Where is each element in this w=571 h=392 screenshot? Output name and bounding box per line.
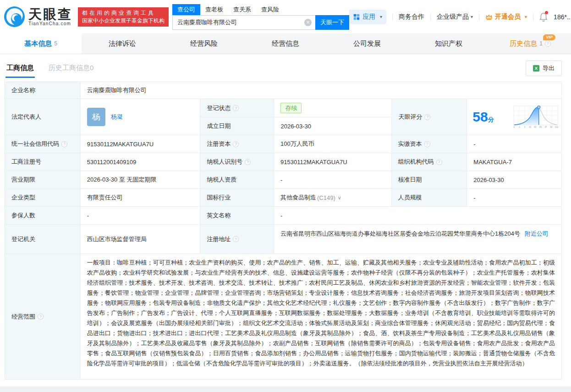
field-label: 经营范围 [5,254,81,380]
tab-history-info[interactable]: VIP 历史信息 1 [489,33,571,54]
legal-rep-link[interactable]: 杨凝 [111,113,123,121]
help-icon[interactable] [424,114,430,120]
company-section-tabs: 基本信息 5 法律诉讼 经营风险 经营信息 公司发展 知识产权 VIP 历史信息… [0,33,571,54]
paid-capital-value: - [467,135,561,153]
field-label: 统一社会信用代码 [5,135,81,153]
tab-count: 1 [539,40,543,47]
help-icon[interactable] [233,105,239,111]
field-label: 核准日期 [392,171,467,189]
credit-code-value: 91530112MAKATGUA7U [81,135,201,153]
reg-capital-value: 100万人民币 [274,135,392,153]
enterprise-products-menu[interactable]: 企业级产品 [437,13,473,21]
help-icon[interactable] [233,236,239,242]
table-row: 企业名称 云南麋鹿咖啡有限公司 [5,82,561,99]
status-badge: 存续 [280,103,302,113]
field-label: 企业名称 [5,82,81,99]
divider [430,14,431,20]
taxpayer-quality-value: - [274,171,392,189]
tab-operating-info[interactable]: 经营信息 [245,33,326,54]
industry-value[interactable]: 其他食品制造 (C149) [274,189,392,207]
field-label: 纳税人识别号 [200,153,274,171]
industry-code: (C149) [317,194,335,201]
logo[interactable]: 天眼查 TianYanCha.com [4,6,72,28]
chevron-down-icon [338,195,341,201]
reg-number-value: 530112001409109 [81,153,201,171]
field-label: 工商注册号 [5,153,81,171]
tab-basic-info[interactable]: 基本信息 5 [0,33,82,54]
help-icon[interactable] [436,159,442,165]
business-term-value: 2026-03-30 至 无固定期限 [81,171,201,189]
help-icon[interactable] [545,41,551,47]
field-label: 纳税人资质 [200,171,274,189]
reg-status-cell: 存续 [274,99,392,117]
search-tab-boss[interactable]: 查老板 [200,4,228,15]
export-button[interactable]: 导出 [526,61,562,76]
business-scope-value: 一般项目：咖啡豆种植；可可豆种植；农业生产资料的购买、使用；农产品的生产、销售、… [81,254,561,380]
business-cooperation-link[interactable]: 商务合作 [399,13,424,21]
brand-slogan: 都在用的商业查询工具 国家中小企业发展子基金旗下机构 [78,7,169,27]
table-row: 企业类型 有限责任公司 国标行业 其他食品制造 (C149) 人员规模 - [5,189,561,207]
field-label: 人员规模 [392,189,467,207]
svg-text:3: 3 [524,126,526,128]
open-vip-menu[interactable]: 开通会员 [485,13,527,21]
field-label: 国标行业 [200,189,274,207]
brand-domain: TianYanCha.com [28,21,72,26]
field-label: 参保人数 [5,207,81,225]
table-row: 统一社会信用代码 91530112MAKATGUA7U 注册资本 100万人民币… [5,135,561,153]
score-cell[interactable]: 58分 [467,99,561,135]
help-icon[interactable] [61,141,67,147]
search-tab-risk[interactable]: 查风险 [256,4,284,15]
search-tab-relation[interactable]: 查关系 [228,4,256,15]
subtab-history-registration[interactable]: 历史工商信息0 [49,64,93,72]
subtab-business-registration[interactable]: 工商信息 [6,64,34,72]
table-row: 经营范围 一般项目：咖啡豆种植；可可豆种植；农业生产资料的购买、使用；农产品的生… [5,254,561,380]
svg-text:15: 15 [529,126,531,128]
score-distribution-chart: 0 1 3 15 50 85 97 99 100 [513,103,559,131]
nearby-companies-link[interactable]: 附近公司 [525,230,549,237]
tab-company-development[interactable]: 公司发展 [326,33,408,54]
table-row: 登记机关 西山区市场监督管理局 注册地址 云南省昆明市西山区福海街道办事处福海社… [5,225,561,254]
sub-tabs: 工商信息 历史工商信息0 导出 [0,54,571,82]
mid-cells: 登记状态 存续 成立日期 2026-03-30 [200,99,392,135]
table-row: 工商注册号 530112001409109 纳税人识别号 91530112MAK… [5,153,561,171]
search-input[interactable] [172,15,315,30]
notifications-bell[interactable] [539,12,548,22]
search-area: 查公司 查老板 查关系 查风险 天眼一下 [172,4,349,30]
tab-intellectual-property[interactable]: 知识产权 [408,33,489,54]
crown-icon [485,14,493,20]
business-info-table: 企业名称 云南麋鹿咖啡有限公司 法定代表人 杨 杨凝 登记状态 存续 成立日期 … [5,82,562,380]
reg-authority-value: 西山区市场监督管理局 [81,225,201,254]
search-button[interactable]: 天眼一下 [315,15,349,30]
tab-legal-proceedings[interactable]: 法律诉讼 [82,33,163,54]
company-name-value: 云南麋鹿咖啡有限公司 [81,82,561,99]
apps-grid-icon [353,14,360,20]
divider [479,14,479,20]
tianyancha-logo-icon [4,6,25,28]
chevron-down-icon [471,14,473,19]
vip-badge: VIP [543,34,555,40]
excel-icon [533,65,539,72]
field-label: 天眼评分 [391,99,467,135]
apps-menu[interactable]: 应用 [349,10,386,24]
top-nav: 应用 商务合作 企业级产品 开通会员 [349,10,571,24]
search-tab-company[interactable]: 查公司 [172,4,200,15]
account-menu[interactable]: 186*... [554,13,571,21]
help-icon[interactable] [233,141,239,147]
table-row: 参保人数 - 英文名称 - [5,207,561,225]
staff-size-value: - [467,189,561,207]
help-icon[interactable] [245,159,251,165]
tab-operating-risk[interactable]: 经营风险 [163,33,245,54]
field-label: 实缴资本 [392,135,467,153]
field-label: 法定代表人 [5,99,81,135]
clear-icon[interactable] [304,19,312,26]
help-icon[interactable] [424,141,430,147]
score-value: 58 [472,109,488,124]
score-unit: 分 [488,116,494,123]
svg-text:50: 50 [534,126,537,128]
svg-text:85: 85 [539,126,542,128]
help-icon[interactable] [38,314,44,320]
avatar[interactable]: 杨 [87,108,105,126]
field-label: 注册资本 [200,135,274,153]
svg-text:1: 1 [519,126,520,128]
field-label: 企业类型 [5,189,81,207]
